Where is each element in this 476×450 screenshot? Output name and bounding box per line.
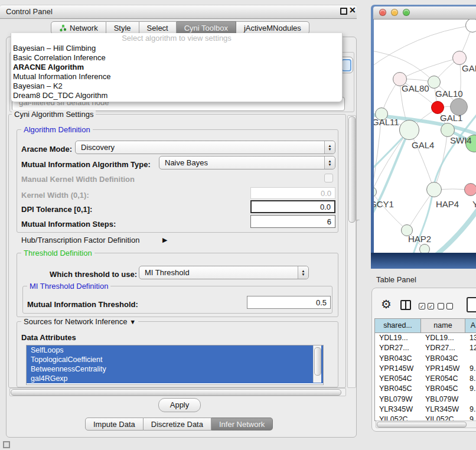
algorithm-option[interactable]: Bayesian – Hill Climbing [11, 44, 342, 53]
table-horizontal-scrollbar-thumb[interactable] [377, 422, 467, 428]
columns-icon[interactable] [400, 300, 411, 310]
network-canvas[interactable]: GALGAL80GAL10GAL1GAL11SWI4GAL4GCY1HAP4YH… [374, 19, 476, 253]
attribute-item[interactable]: SelfLoops [27, 345, 323, 355]
tab-label: Discretize Data [151, 420, 203, 429]
expander-collapsed-icon[interactable]: ▶ [162, 236, 167, 244]
mi-threshold-label: Mutual Information Threshold: [27, 300, 138, 309]
aracne-mode-value: Discovery [81, 143, 115, 152]
combo-spinner-icon[interactable]: ▲▼ [324, 141, 335, 154]
dpi-tolerance-label: DPI Tolerance [0,1]: [21, 205, 92, 214]
tab-jactivemnodules[interactable]: jActiveMNodules [236, 21, 309, 34]
column-header[interactable]: A [465, 319, 476, 332]
tab-select[interactable]: Select [139, 21, 177, 34]
float-window-icon[interactable] [340, 8, 347, 15]
algorithm-option[interactable]: Basic Correlation Inference [11, 53, 342, 63]
zoom-traffic-light-icon[interactable] [403, 9, 410, 16]
table-row[interactable]: YBL079WYBL079W [375, 394, 476, 405]
table-row[interactable]: YDR27...YDR27...12 [375, 343, 476, 353]
combo-spinner-icon[interactable]: ▲▼ [298, 266, 308, 279]
settings-horizontal-scrollbar-thumb[interactable] [11, 389, 341, 396]
panel-resize-grip[interactable]: ⌐ [357, 217, 361, 223]
control-panel-titlebar [0, 5, 357, 19]
attribute-item[interactable]: gal4RGexp [27, 374, 323, 383]
network-node[interactable] [431, 101, 444, 114]
dpi-tolerance-input[interactable]: 0.0 [250, 200, 335, 213]
table-cell: YER054C [375, 374, 421, 384]
network-node[interactable] [426, 182, 442, 197]
tab-label: Network [70, 24, 98, 32]
tab-cyni-toolbox[interactable]: Cyni Toolbox [177, 21, 236, 34]
table-row[interactable]: YER054CYER054C8. [375, 374, 476, 384]
node-label: Y [472, 199, 476, 209]
algorithm-option[interactable]: Mutual Information Inference [11, 72, 342, 81]
screen: Control Panel ✕ NetworkStyleSelectCyni T… [0, 0, 476, 450]
which-threshold-combo[interactable]: MI Threshold ▲▼ [139, 266, 309, 279]
mi-steps-input[interactable]: 6 [250, 215, 335, 228]
algorithm-option[interactable]: Bayesian – K2 [11, 81, 342, 91]
tab-label: Style [114, 24, 131, 32]
deselect-all-checkboxes-icon[interactable] [438, 303, 453, 309]
select-all-checkboxes-icon[interactable]: ✓✓ [419, 303, 434, 309]
mi-threshold-input[interactable]: 0.5 [247, 296, 331, 309]
which-threshold-label: Which threshold to use: [50, 270, 137, 279]
algorithm-option[interactable]: Dream8 DC_TDC Algorithm [11, 91, 342, 100]
table-row[interactable]: YBR045CYBR045C9. [375, 384, 476, 394]
tab-label: jActiveMNodules [244, 24, 301, 32]
algorithm-definition-title: Algorithm Definition [21, 125, 93, 134]
network-node[interactable] [419, 244, 430, 253]
tab-network[interactable]: Network [51, 21, 106, 34]
close-icon[interactable]: ✕ [349, 6, 356, 14]
table-row[interactable]: YLR345WYLR345W9. [375, 405, 476, 415]
algorithm-option[interactable]: ARACNE Algorithm [11, 63, 342, 72]
table-row[interactable]: YPR145WYPR145W9. [375, 364, 476, 374]
expander-expanded-icon[interactable]: ▼ [129, 318, 136, 325]
table-cell: YBR045C [375, 384, 421, 394]
mi-steps-label: Mutual Information Steps: [21, 220, 116, 229]
settings-vertical-scrollbar-thumb[interactable] [348, 116, 356, 223]
table-cell: YDR27... [375, 343, 421, 353]
hub-expander-label: Hub/Transcription Factor Definition [21, 236, 139, 244]
table-cell: YER054C [421, 374, 465, 384]
column-header[interactable]: shared... [375, 319, 421, 332]
covered-combo-focus-ring [341, 59, 351, 71]
table-cell [465, 354, 476, 364]
mi-type-label: Mutual Information Algorithm Type: [21, 160, 151, 169]
data-attributes-list[interactable]: SelfLoopsTopologicalCoefficientBetweenne… [26, 345, 324, 385]
table-body: YDL19...YDL19...13YDR27...YDR27...12YBR0… [375, 333, 476, 421]
document-icon[interactable] [467, 297, 476, 312]
table-cell: YDL19... [375, 333, 421, 343]
table-cell: 9. [465, 364, 476, 374]
float-panel-icon[interactable] [3, 441, 10, 448]
column-header[interactable]: name [421, 319, 465, 332]
minimize-traffic-light-icon[interactable] [391, 9, 398, 16]
tab-discretize-data[interactable]: Discretize Data [144, 418, 211, 431]
tab-label: Cyni Toolbox [184, 24, 228, 32]
network-node[interactable] [464, 183, 476, 196]
gear-icon[interactable]: ⚙ [381, 298, 392, 311]
table-header-row: shared...nameA [375, 319, 476, 333]
manual-kernel-checkbox[interactable] [324, 174, 333, 182]
aracne-mode-combo[interactable]: Discovery ▲▼ [75, 141, 335, 154]
attribute-item[interactable]: BetweennessCentrality [27, 364, 323, 374]
tab-style[interactable]: Style [106, 21, 139, 34]
network-node[interactable] [428, 76, 441, 89]
combo-spinner-icon[interactable]: ▲▼ [324, 156, 335, 169]
table-cell: 9. [465, 384, 476, 394]
manual-kernel-label: Manual Kernel Width Definition [21, 175, 135, 184]
node-label: GAL [462, 63, 476, 73]
table-cell: YBL079W [375, 394, 421, 405]
network-node[interactable] [399, 120, 419, 140]
mi-type-combo[interactable]: Naive Bayes ▲▼ [159, 156, 335, 169]
table-cell: YLR345W [375, 405, 421, 415]
apply-button[interactable]: Apply [158, 398, 201, 412]
node-label: GCY1 [374, 199, 394, 209]
tab-impute-data[interactable]: Impute Data [85, 418, 144, 431]
attributes-scrollbar-thumb[interactable] [314, 347, 321, 376]
table-row[interactable]: YBR043CYBR043C [375, 354, 476, 364]
network-window-bottom-frame [371, 253, 476, 269]
kernel-width-input[interactable]: 0.0 [250, 187, 335, 199]
table-row[interactable]: YDL19...YDL19...13 [375, 333, 476, 343]
close-traffic-light-icon[interactable] [379, 9, 386, 16]
tab-infer-network[interactable]: Infer Network [211, 418, 273, 431]
attribute-item[interactable]: TopologicalCoefficient [27, 355, 323, 364]
